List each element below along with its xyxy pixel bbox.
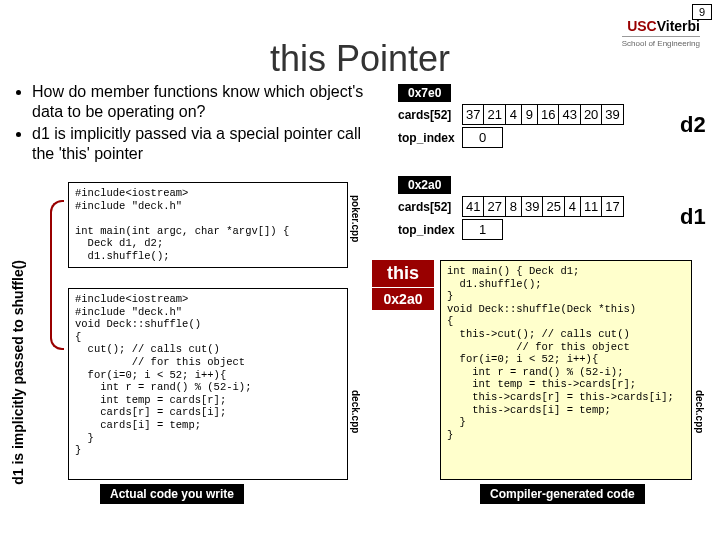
- this-addr: 0x2a0: [372, 288, 434, 310]
- this-label: this: [372, 260, 434, 287]
- page-title: this Pointer: [0, 38, 720, 80]
- obj-label-d2: d2: [680, 112, 706, 138]
- cards-cells-d1: 41 27 8 39 25 4 11 17: [462, 196, 624, 217]
- obj-label-d1: d1: [680, 204, 706, 230]
- addr-d1: 0x2a0: [398, 176, 451, 194]
- code-compiler: int main() { Deck d1; d1.shuffle(); } vo…: [440, 260, 692, 480]
- label-compiler-code: Compiler-generated code: [480, 484, 645, 504]
- logo-viterbi: Viterbi: [657, 18, 700, 34]
- bullet-2: d1 is implicitly passed via a special po…: [32, 124, 364, 164]
- label-actual-code: Actual code you write: [100, 484, 244, 504]
- addr-d2: 0x7e0: [398, 84, 451, 102]
- topindex-label-d1: top_index: [398, 223, 462, 237]
- cards-cells-d2: 37 21 4 9 16 43 20 39: [462, 104, 624, 125]
- side-annotation: d1 is implicitly passed to shuffle(): [10, 260, 26, 485]
- file-tab-deck-right: deck.cpp: [694, 390, 705, 433]
- bullet-1: How do member functions know which objec…: [32, 82, 364, 122]
- topindex-label-d2: top_index: [398, 131, 462, 145]
- cards-label-d2: cards[52]: [398, 108, 462, 122]
- logo-usc: USC: [627, 18, 657, 34]
- code-main: #include<iostream> #include "deck.h" int…: [68, 182, 348, 268]
- bullet-list: How do member functions know which objec…: [14, 82, 364, 166]
- file-tab-poker: poker.cpp: [350, 195, 361, 242]
- topindex-d2: 0: [462, 127, 503, 148]
- arrow-icon: [50, 200, 64, 350]
- file-tab-deck-left: deck.cpp: [350, 390, 361, 433]
- topindex-d1: 1: [462, 219, 503, 240]
- memory-d1: 0x2a0 cards[52] 41 27 8 39 25 4 11 17 to…: [398, 176, 624, 240]
- memory-d2: 0x7e0 cards[52] 37 21 4 9 16 43 20 39 to…: [398, 84, 624, 148]
- cards-label-d1: cards[52]: [398, 200, 462, 214]
- code-shuffle: #include<iostream> #include "deck.h" voi…: [68, 288, 348, 480]
